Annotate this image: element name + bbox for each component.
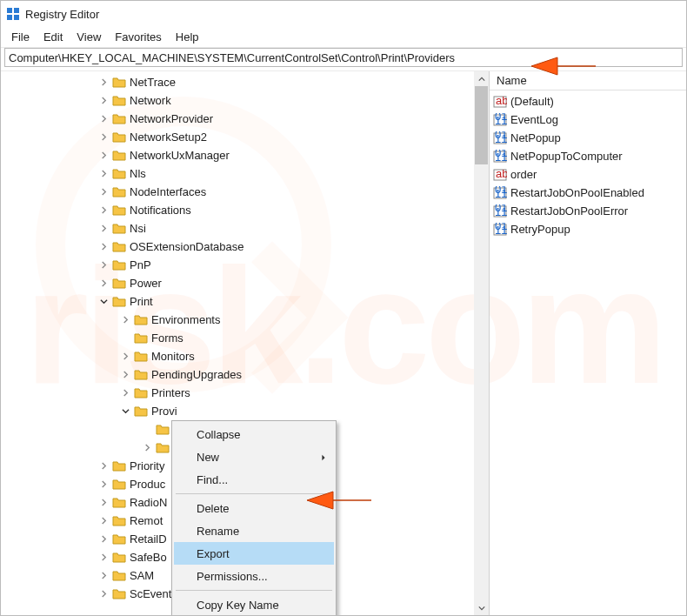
tree-node[interactable]: Notifications: [1, 201, 489, 219]
value-row[interactable]: 011110RestartJobOnPoolError: [490, 202, 686, 220]
chevron-right-icon[interactable]: [95, 517, 112, 525]
address-bar[interactable]: Computer\HKEY_LOCAL_MACHINE\SYSTEM\Curre…: [4, 48, 683, 67]
tree-node[interactable]: PnP: [1, 256, 489, 274]
value-list[interactable]: ab(Default)011110EventLog011110NetPopup0…: [490, 90, 686, 238]
folder-icon: [112, 459, 126, 473]
chevron-right-icon[interactable]: [95, 480, 112, 488]
chevron-right-icon[interactable]: [95, 499, 112, 506]
value-row[interactable]: 011110NetPopupToComputer: [490, 147, 686, 165]
chevron-right-icon[interactable]: [95, 170, 112, 177]
folder-icon: [112, 569, 126, 583]
tree-node[interactable]: NetworkUxManager: [1, 146, 489, 164]
chevron-right-icon[interactable]: [95, 115, 112, 123]
folder-icon: [112, 149, 126, 163]
scroll-down-button[interactable]: [474, 600, 489, 615]
tree-node[interactable]: Power: [1, 274, 489, 292]
scroll-up-button[interactable]: [474, 71, 489, 86]
context-menu: Collapse New Find... Delete Rename Expor…: [171, 420, 337, 615]
menu-favorites[interactable]: Favorites: [108, 29, 168, 45]
value-name: NetPopupToComputer: [510, 150, 623, 163]
scroll-track[interactable]: [474, 86, 489, 600]
chevron-right-icon[interactable]: [117, 316, 134, 324]
scroll-thumb[interactable]: [475, 86, 488, 164]
chevron-right-icon[interactable]: [117, 371, 134, 378]
chevron-right-icon[interactable]: [95, 78, 112, 86]
ctx-delete[interactable]: Delete: [174, 497, 334, 519]
ctx-permissions[interactable]: Permissions...: [174, 565, 334, 587]
svg-text:110: 110: [495, 224, 507, 237]
tree-node[interactable]: Nsi: [1, 219, 489, 238]
chevron-down-icon[interactable]: [117, 407, 134, 415]
chevron-right-icon[interactable]: [95, 462, 112, 470]
value-row[interactable]: 011110NetPopup: [490, 129, 686, 147]
menu-help[interactable]: Help: [169, 29, 206, 45]
tree-label: NodeInterfaces: [130, 185, 206, 198]
tree-node[interactable]: Network: [1, 91, 489, 110]
chevron-down-icon[interactable]: [95, 298, 112, 305]
tree-node[interactable]: Forms: [1, 329, 489, 347]
value-name: (Default): [510, 95, 554, 108]
folder-icon: [112, 167, 126, 181]
tree-node[interactable]: OSExtensionDatabase: [1, 238, 489, 256]
chevron-right-icon[interactable]: [95, 279, 112, 287]
chevron-right-icon[interactable]: [95, 151, 112, 159]
value-row[interactable]: 011110RetryPopup: [490, 220, 686, 238]
tree-panel: NetTraceNetworkNetworkProviderNetworkSet…: [1, 71, 490, 615]
chevron-right-icon[interactable]: [95, 206, 112, 214]
ctx-new[interactable]: New: [174, 445, 334, 468]
svg-text:110: 110: [495, 132, 507, 145]
folder-icon: [112, 222, 126, 236]
tree-node[interactable]: NetworkProvider: [1, 110, 489, 128]
folder-icon: [112, 204, 126, 218]
value-name: RetryPopup: [510, 223, 570, 236]
vertical-scrollbar[interactable]: [474, 71, 489, 615]
menu-view[interactable]: View: [70, 29, 108, 45]
chevron-right-icon[interactable]: [95, 224, 112, 232]
value-panel: Name ab(Default)011110EventLog011110NetP…: [490, 71, 686, 615]
folder-icon: [134, 350, 148, 364]
chevron-right-icon[interactable]: [138, 444, 156, 452]
folder-icon: [112, 185, 126, 199]
chevron-right-icon[interactable]: [95, 133, 112, 141]
value-row[interactable]: 011110RestartJobOnPoolEnabled: [490, 184, 686, 202]
tree-node[interactable]: PendingUpgrades: [1, 365, 489, 384]
tree-node[interactable]: NetworkSetup2: [1, 128, 489, 146]
tree-node[interactable]: NetTrace: [1, 73, 489, 91]
chevron-right-icon[interactable]: [95, 572, 112, 579]
tree-node-providers[interactable]: Provi: [1, 402, 489, 420]
chevron-right-icon[interactable]: [117, 389, 134, 397]
tree-label: Provi: [151, 405, 177, 418]
chevron-right-icon[interactable]: [95, 243, 112, 251]
tree-node-print[interactable]: Print: [1, 292, 489, 311]
column-header-name[interactable]: Name: [490, 71, 534, 90]
chevron-right-icon[interactable]: [95, 553, 112, 561]
svg-text:ab: ab: [496, 95, 507, 107]
menu-edit[interactable]: Edit: [37, 29, 70, 45]
tree-node[interactable]: Nls: [1, 164, 489, 183]
tree-node[interactable]: NodeInterfaces: [1, 183, 489, 201]
ctx-copykeyname[interactable]: Copy Key Name: [174, 593, 334, 615]
chevron-right-icon[interactable]: [95, 188, 112, 196]
reg-dword-icon: 011110: [493, 150, 507, 164]
svg-text:110: 110: [495, 151, 507, 164]
app-icon: [6, 7, 20, 21]
chevron-right-icon[interactable]: [95, 535, 112, 543]
address-path[interactable]: Computer\HKEY_LOCAL_MACHINE\SYSTEM\Curre…: [5, 50, 682, 66]
ctx-separator: [176, 590, 332, 591]
ctx-find[interactable]: Find...: [174, 468, 334, 491]
tree-node[interactable]: Monitors: [1, 347, 489, 365]
menu-file[interactable]: File: [4, 29, 37, 45]
ctx-rename[interactable]: Rename: [174, 519, 334, 542]
value-row[interactable]: aborder: [490, 165, 686, 184]
value-row[interactable]: 011110EventLog: [490, 110, 686, 129]
chevron-right-icon[interactable]: [95, 590, 112, 598]
chevron-right-icon[interactable]: [95, 97, 112, 104]
chevron-right-icon[interactable]: [117, 352, 134, 360]
reg-dword-icon: 011110: [493, 186, 507, 200]
ctx-export[interactable]: Export: [174, 542, 334, 565]
ctx-collapse[interactable]: Collapse: [174, 423, 334, 445]
tree-node[interactable]: Printers: [1, 384, 489, 402]
chevron-right-icon[interactable]: [95, 261, 112, 269]
tree-node[interactable]: Environments: [1, 311, 489, 329]
value-row[interactable]: ab(Default): [490, 92, 686, 110]
